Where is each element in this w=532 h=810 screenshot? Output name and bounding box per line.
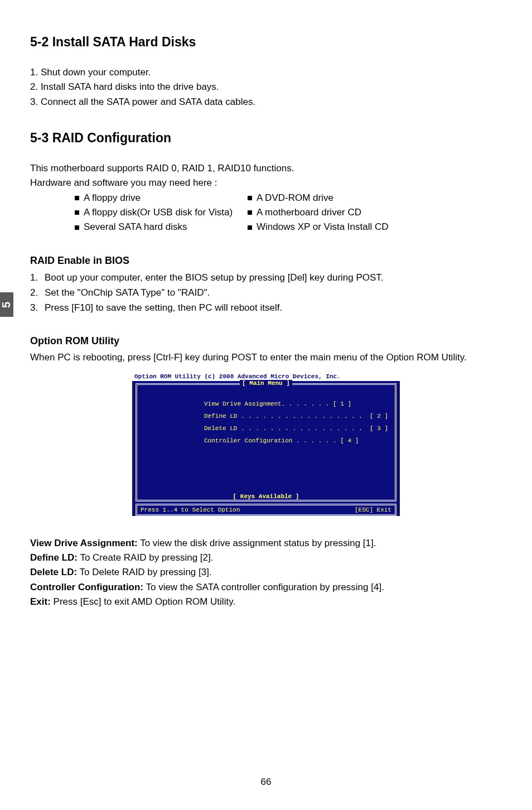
definition-label: Exit: (30, 596, 51, 607)
intro-line: This motherboard supports RAID 0, RAID 1… (30, 161, 502, 176)
step-text: Set the "OnChip SATA Type" to "RAID". (45, 285, 210, 300)
page-number: 66 (261, 777, 272, 788)
step-num: 1. (30, 270, 41, 285)
bios-screenshot: Option ROM Utility (c) 2008 Advanced Mic… (132, 372, 400, 516)
section-5-3-body: This motherboard supports RAID 0, RAID 1… (30, 161, 502, 235)
step-line: 2.Set the "OnChip SATA Type" to "RAID". (30, 285, 502, 300)
definition-line: Controller Configuration: To view the SA… (30, 580, 502, 595)
hardware-col-left: A floppy drive A floppy disk(Or USB disk… (75, 191, 248, 235)
list-text: A DVD-ROM drive (257, 191, 333, 205)
definition-label: Controller Configuration: (30, 582, 143, 592)
step-line: 1.Boot up your computer, enter the BIOS … (30, 270, 502, 285)
raid-enable-heading: RAID Enable in BIOS (30, 255, 502, 267)
bullet-icon (75, 225, 79, 230)
definition-text: To view the SATA controller configuratio… (143, 582, 384, 592)
list-text: A floppy drive (84, 191, 141, 205)
definitions-block: View Drive Assignment: To view the disk … (30, 536, 502, 610)
step-line: 1. Shut down your computer. (30, 65, 502, 80)
hardware-list: A floppy drive A floppy disk(Or USB disk… (75, 191, 502, 235)
bios-menu-item: View Drive Assignment. . . . . . . [ 1 ] (204, 401, 384, 407)
definition-line: View Drive Assignment: To view the disk … (30, 536, 502, 551)
page-content: 5-2 Install SATA Hard Disks 1. Shut down… (0, 0, 532, 631)
bullet-icon (75, 210, 79, 215)
definition-label: View Drive Assignment: (30, 538, 138, 548)
hardware-col-right: A DVD-ROM drive A motherboard driver CD … (248, 191, 502, 235)
section-heading-5-3: 5-3 RAID Configuration (30, 131, 502, 146)
definition-text: To view the disk drive assignment status… (138, 538, 376, 548)
bullet-icon (248, 210, 252, 215)
bios-keys-box: [ Keys Available ] Press 1..4 to Select … (136, 504, 396, 516)
list-item: A motherboard driver CD (248, 205, 502, 220)
bios-menu-item: Controller Configuration . . . . . . [ 4… (204, 437, 384, 444)
step-line: 3.Press [F10] to save the setting, then … (30, 300, 502, 315)
definition-text: To Create RAID by pressing [2]. (78, 552, 213, 563)
definition-label: Delete LD: (30, 567, 77, 577)
chapter-number: 5 (1, 301, 13, 307)
option-rom-heading: Option ROM Utility (30, 335, 502, 347)
definition-line: Exit: Press [Esc] to exit AMD Option ROM… (30, 595, 502, 609)
section-heading-5-2: 5-2 Install SATA Hard Disks (30, 35, 502, 50)
bullet-icon (75, 196, 79, 200)
list-item: A DVD-ROM drive (248, 191, 502, 205)
bios-main-menu-label: [ Main Menu ] (240, 380, 292, 387)
bullet-icon (248, 225, 252, 230)
definition-line: Define LD: To Create RAID by pressing [2… (30, 551, 502, 565)
list-text: Windows XP or Vista Install CD (257, 220, 389, 234)
raid-enable-body: 1.Boot up your computer, enter the BIOS … (30, 270, 502, 316)
intro-line: Hardware and software you may need here … (30, 176, 502, 190)
step-num: 3. (30, 300, 41, 315)
step-line: 2. Install SATA hard disks into the driv… (30, 80, 502, 94)
list-text: Several SATA hard disks (84, 220, 187, 234)
step-line: 3. Connect all the SATA power and SATA d… (30, 95, 502, 109)
bios-keys-right: [ESC] Exit (355, 507, 391, 513)
bios-menu-item: Define LD . . . . . . . . . . . . . . . … (204, 413, 384, 420)
section-5-2-body: 1. Shut down your computer. 2. Install S… (30, 65, 502, 109)
bios-menu-lines: View Drive Assignment. . . . . . . [ 1 ]… (204, 401, 384, 444)
list-text: A motherboard driver CD (257, 205, 361, 220)
definition-text: To Delete RAID by pressing [3]. (77, 567, 212, 577)
bios-main-menu-box: [ Main Menu ] View Drive Assignment. . .… (136, 383, 396, 502)
list-text: A floppy disk(Or USB disk for Vista) (84, 205, 233, 220)
step-text: Boot up your computer, enter the BIOS se… (45, 270, 384, 285)
list-item: A floppy drive (75, 191, 248, 205)
list-item: Windows XP or Vista Install CD (248, 220, 502, 234)
bios-keys-label: [ Keys Available ] (231, 493, 302, 500)
list-item: Several SATA hard disks (75, 220, 248, 234)
option-rom-intro: When PC is rebooting, press [Ctrl-F] key… (30, 350, 502, 365)
bios-menu-item: Delete LD . . . . . . . . . . . . . . . … (204, 425, 384, 432)
step-text: Press [F10] to save the setting, then PC… (45, 300, 282, 315)
bios-keys-left: Press 1..4 to Select Option (141, 507, 240, 513)
definition-line: Delete LD: To Delete RAID by pressing [3… (30, 565, 502, 580)
definition-text: Press [Esc] to exit AMD Option ROM Utili… (51, 596, 235, 607)
page-side-tab: 5 (0, 292, 13, 317)
bullet-icon (248, 196, 252, 200)
list-item: A floppy disk(Or USB disk for Vista) (75, 205, 248, 220)
step-num: 2. (30, 285, 41, 300)
definition-label: Define LD: (30, 552, 78, 563)
